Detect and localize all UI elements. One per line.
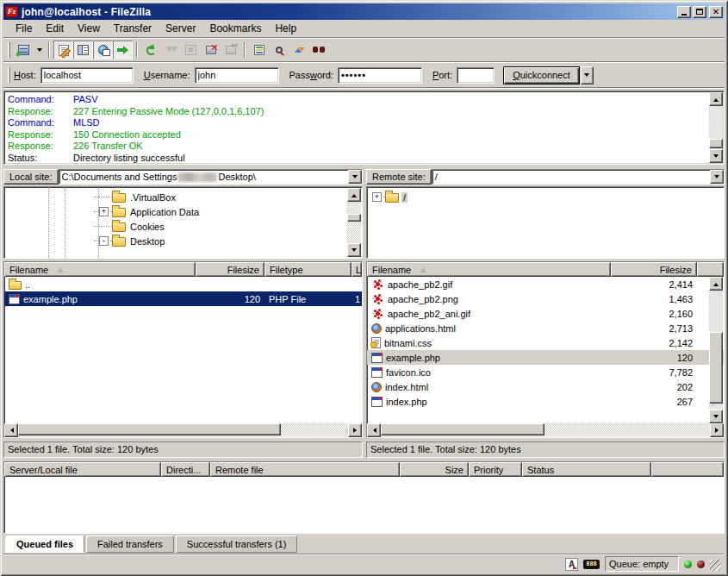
toggle-message-log-button[interactable] bbox=[53, 41, 73, 59]
resize-grip[interactable] bbox=[710, 560, 721, 571]
maximize-button[interactable] bbox=[693, 6, 706, 18]
column-header-size[interactable]: Size bbox=[400, 462, 469, 477]
expand-plus-icon[interactable]: + bbox=[372, 192, 382, 202]
tab-failed-transfers[interactable]: Failed transfers bbox=[86, 535, 174, 553]
port-input[interactable] bbox=[457, 67, 495, 84]
filter-button[interactable] bbox=[249, 41, 269, 59]
menu-server[interactable]: Server bbox=[159, 21, 202, 36]
tab-queued-files[interactable]: Queued files bbox=[5, 535, 84, 553]
scroll-up-button[interactable] bbox=[709, 92, 723, 106]
scroll-down-button[interactable] bbox=[347, 243, 361, 257]
toolbar-drag-handle[interactable] bbox=[8, 42, 10, 58]
tree-item-root[interactable]: + / bbox=[367, 190, 708, 204]
column-header-remote-file[interactable]: Remote file bbox=[210, 462, 400, 477]
scroll-thumb[interactable] bbox=[709, 139, 723, 148]
site-manager-button[interactable] bbox=[14, 41, 34, 59]
expand-plus-icon[interactable]: + bbox=[99, 207, 109, 216]
scroll-thumb[interactable] bbox=[381, 423, 544, 435]
minimize-button[interactable] bbox=[677, 6, 691, 18]
refresh-button[interactable] bbox=[141, 41, 161, 59]
scroll-down-button[interactable] bbox=[709, 410, 723, 423]
scroll-track[interactable] bbox=[18, 423, 348, 437]
scroll-right-button[interactable] bbox=[348, 423, 362, 437]
menu-bookmarks[interactable]: Bookmarks bbox=[202, 21, 268, 36]
file-row[interactable]: apache_pb2_ani.gif 2,160 bbox=[367, 306, 724, 321]
local-horizontal-scrollbar[interactable] bbox=[4, 423, 362, 437]
toggle-transfer-queue-button[interactable] bbox=[113, 41, 133, 59]
file-row[interactable]: index.html 202 bbox=[367, 379, 724, 394]
directory-comparison-button[interactable] bbox=[269, 41, 289, 59]
quickconnect-dropdown-button[interactable] bbox=[581, 66, 594, 85]
password-input[interactable] bbox=[338, 67, 422, 84]
file-row-parent-dir[interactable]: .. bbox=[4, 277, 362, 291]
synchronized-browsing-button[interactable] bbox=[289, 41, 308, 59]
column-header-priority[interactable]: Priority bbox=[469, 462, 522, 477]
site-manager-dropdown-button[interactable] bbox=[34, 41, 45, 59]
close-button[interactable]: ✕ bbox=[709, 6, 723, 18]
file-row[interactable]: apache_pb2.png 1,463 bbox=[367, 291, 724, 306]
scroll-left-button[interactable] bbox=[367, 423, 381, 437]
file-row[interactable]: index.php 267 bbox=[367, 394, 724, 409]
log-line: Response:226 Transfer OK bbox=[8, 141, 706, 153]
remote-list-scrollbar[interactable] bbox=[709, 277, 723, 423]
scroll-left-button[interactable] bbox=[4, 423, 18, 437]
column-header-server-local-file[interactable]: Server/Local file bbox=[4, 462, 161, 477]
scroll-up-button[interactable] bbox=[347, 188, 361, 202]
menu-file[interactable]: File bbox=[9, 21, 39, 36]
column-header-status[interactable]: Status bbox=[522, 462, 651, 477]
scroll-track[interactable] bbox=[347, 202, 361, 243]
cancel-operation-button[interactable]: ✕ bbox=[181, 41, 201, 59]
local-tree-scrollbar[interactable] bbox=[347, 188, 361, 257]
menu-edit[interactable]: Edit bbox=[39, 21, 71, 36]
column-header-filename[interactable]: Filename bbox=[367, 262, 611, 277]
tree-item-desktop[interactable]: - Desktop bbox=[4, 234, 346, 248]
host-input[interactable] bbox=[40, 67, 134, 84]
scroll-track[interactable] bbox=[709, 106, 723, 149]
file-row[interactable]: apache_pb2.gif 2,414 bbox=[367, 277, 724, 291]
reconnect-button[interactable] bbox=[221, 41, 240, 59]
scroll-thumb[interactable] bbox=[18, 423, 281, 435]
find-files-button[interactable] bbox=[308, 41, 328, 59]
local-path-dropdown-button[interactable] bbox=[348, 170, 362, 184]
file-row-example-php[interactable]: example.php 120 bbox=[367, 350, 724, 365]
tab-successful-transfers[interactable]: Successful transfers (1) bbox=[176, 535, 298, 553]
file-row[interactable]: favicon.ico 7,782 bbox=[367, 365, 724, 379]
menu-view[interactable]: View bbox=[71, 21, 107, 36]
collapse-minus-icon[interactable]: - bbox=[99, 236, 109, 246]
column-header-filename[interactable]: Filename bbox=[4, 262, 196, 277]
scroll-thumb[interactable] bbox=[347, 214, 361, 222]
file-row[interactable]: applications.html 2,713 bbox=[367, 321, 724, 335]
tree-item-cookies[interactable]: Cookies bbox=[4, 219, 346, 234]
menu-help[interactable]: Help bbox=[268, 21, 303, 36]
column-header-filesize[interactable]: Filesize bbox=[611, 262, 697, 277]
scroll-up-button[interactable] bbox=[709, 277, 723, 291]
column-header-last-modified[interactable]: L bbox=[352, 262, 362, 277]
tree-item-virtualbox[interactable]: .VirtualBox bbox=[4, 190, 346, 204]
menu-transfer[interactable]: Transfer bbox=[107, 21, 159, 36]
toggle-remote-tree-button[interactable] bbox=[93, 41, 113, 59]
local-path-combobox[interactable]: C:\Documents and SettingsDesktop\ bbox=[59, 169, 363, 185]
remote-path-combobox[interactable]: / bbox=[432, 169, 725, 185]
disconnect-button[interactable] bbox=[201, 41, 221, 59]
quickconnect-drag-handle[interactable] bbox=[8, 67, 10, 83]
toggle-local-tree-button[interactable] bbox=[73, 41, 93, 59]
scroll-right-button[interactable] bbox=[710, 423, 724, 437]
log-scrollbar[interactable] bbox=[709, 92, 723, 163]
quickconnect-button[interactable]: Quickconnect bbox=[503, 66, 580, 85]
username-input[interactable] bbox=[195, 67, 279, 84]
process-queue-button[interactable] bbox=[161, 41, 181, 59]
column-header-filesize[interactable]: Filesize bbox=[196, 262, 264, 277]
scroll-track[interactable] bbox=[381, 423, 710, 437]
column-header-direction[interactable]: Directi... bbox=[161, 462, 210, 477]
column-header-filetype[interactable]: Filetype bbox=[264, 262, 352, 277]
remote-pane: Remote site: / + / Filename Filesize bbox=[366, 169, 725, 458]
speed-limit-icon[interactable]: 888 bbox=[583, 560, 600, 569]
tree-item-application-data[interactable]: + Application Data bbox=[4, 204, 346, 219]
scroll-track[interactable] bbox=[709, 291, 723, 410]
remote-path-dropdown-button[interactable] bbox=[710, 170, 724, 184]
file-row-example-php[interactable]: example.php 120 PHP File 1 bbox=[4, 291, 362, 306]
scroll-thumb[interactable] bbox=[709, 332, 723, 404]
scroll-down-button[interactable] bbox=[709, 149, 723, 163]
remote-horizontal-scrollbar[interactable] bbox=[367, 423, 724, 437]
file-row[interactable]: bitnami.css 2,142 bbox=[367, 335, 724, 350]
